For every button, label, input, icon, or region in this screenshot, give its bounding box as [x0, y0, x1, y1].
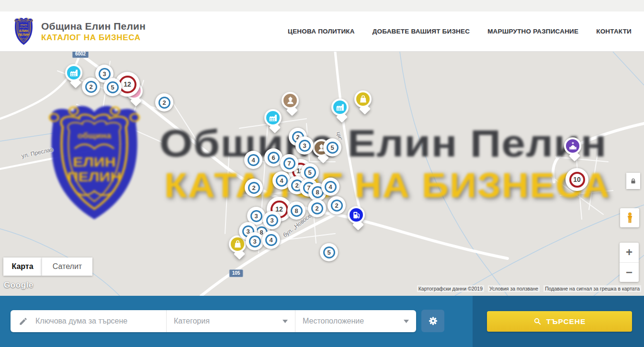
zoom-in-button[interactable]: +	[620, 243, 639, 263]
location-placeholder: Местоположение	[303, 317, 364, 325]
map-attribution-item-1[interactable]: Условия за ползване	[488, 285, 540, 292]
map-cluster-marker[interactable]: 2	[155, 93, 173, 112]
zoom-out-button[interactable]: −	[620, 263, 639, 282]
map-cluster-marker[interactable]: 2	[328, 196, 346, 214]
road-number-chip: 6002	[72, 52, 89, 58]
map-cluster-marker[interactable]: 8	[287, 201, 305, 220]
map-cluster-marker[interactable]: 2	[245, 179, 263, 197]
map-attribution: Картографски данни ©2019Условия за ползв…	[417, 285, 641, 292]
search-group: Категория Местоположение	[11, 310, 416, 332]
map-pin-marker-fuel[interactable]	[348, 206, 369, 234]
google-logo[interactable]: Google	[4, 280, 34, 290]
svg-text:ЕЛИН: ЕЛИН	[19, 29, 28, 33]
search-button-label: ТЪРСЕНЕ	[546, 317, 586, 326]
nav-link-add-your-business[interactable]: ДОБАВЕТЕ ВАШИЯТ БИЗНЕС	[373, 28, 470, 35]
map-pin-marker-bag[interactable]	[354, 90, 375, 118]
map-cluster-marker[interactable]: 5	[323, 138, 341, 157]
map-type-satellite-button[interactable]: Сателит	[42, 257, 92, 276]
svg-text:община: община	[20, 24, 27, 26]
road-number-chip: 105	[229, 269, 243, 277]
page-title: Община Елин Пелин	[41, 21, 146, 32]
chevron-down-icon	[404, 320, 409, 323]
map-type-map-button[interactable]: Карта	[3, 257, 42, 276]
nav-link-contacts[interactable]: КОНТАКТИ	[596, 28, 632, 35]
map-cluster-marker[interactable]: 10	[565, 168, 588, 191]
lock-icon	[630, 178, 637, 185]
google-map[interactable]: община ЕЛИН ПЕЛИН Община Елин Пелин КАТА…	[0, 52, 644, 296]
search-icon	[533, 317, 542, 325]
map-pin-marker-factory[interactable]	[331, 99, 352, 126]
map-cluster-marker[interactable]: 4	[321, 178, 339, 196]
page-subtitle: КАТАЛОГ НА БИЗНЕСА	[41, 33, 146, 43]
municipality-crest-logo: община ЕЛИН ПЕЛИН	[12, 16, 35, 47]
search-bar: Категория Местоположение ТЪРСЕНЕ	[0, 296, 644, 347]
advanced-settings-button[interactable]	[421, 310, 444, 332]
map-cluster-marker[interactable]: 2	[308, 199, 326, 217]
map-pin-marker-factory[interactable]	[65, 64, 86, 92]
nav-link-route-schedule[interactable]: МАРШРУТНО РАЗПИСАНИЕ	[487, 28, 578, 35]
category-placeholder: Категория	[174, 317, 210, 325]
top-strip	[0, 0, 644, 11]
map-cluster-marker[interactable]: 7	[280, 154, 298, 172]
map-cluster-marker[interactable]: 3	[246, 232, 264, 250]
map-attribution-item-2[interactable]: Подаване на сигнал за грешка в картата	[543, 285, 641, 292]
zoom-control: + −	[620, 243, 639, 282]
lock-button[interactable]	[626, 173, 640, 189]
category-select[interactable]: Категория	[166, 310, 295, 332]
map-cluster-marker[interactable]: 3	[295, 136, 314, 155]
map-cluster-marker[interactable]: 4	[262, 231, 280, 249]
map-attribution-item-0: Картографски данни ©2019	[417, 285, 484, 292]
map-pin-marker-factory[interactable]	[264, 109, 285, 137]
site-header: община ЕЛИН ПЕЛИН Община Елин Пелин КАТА…	[0, 11, 644, 52]
site-logo[interactable]: община ЕЛИН ПЕЛИН Община Елин Пелин КАТА…	[12, 16, 146, 47]
keyword-field-wrap	[11, 310, 166, 332]
main-nav: ЦЕНОВА ПОЛИТИКАДОБАВЕТЕ ВАШИЯТ БИЗНЕСМАР…	[288, 28, 632, 35]
search-button[interactable]: ТЪРСЕНЕ	[487, 311, 632, 332]
map-cluster-marker[interactable]: 5	[103, 78, 122, 96]
keyword-search-input[interactable]	[34, 316, 166, 326]
map-cluster-marker[interactable]: 5	[320, 243, 338, 261]
location-select[interactable]: Местоположение	[295, 310, 416, 332]
chevron-down-icon	[282, 320, 288, 323]
map-cluster-marker[interactable]: 3	[263, 211, 281, 229]
map-pin-marker-church[interactable]	[564, 137, 585, 165]
pencil-icon	[19, 317, 28, 326]
nav-link-pricing-policy[interactable]: ЦЕНОВА ПОЛИТИКА	[288, 28, 355, 35]
pegman-streetview-button[interactable]	[620, 208, 639, 227]
pegman-icon	[623, 212, 636, 224]
gear-icon	[428, 315, 439, 326]
svg-text:ПЕЛИН: ПЕЛИН	[18, 33, 29, 36]
map-cluster-marker[interactable]: 4	[244, 151, 262, 169]
